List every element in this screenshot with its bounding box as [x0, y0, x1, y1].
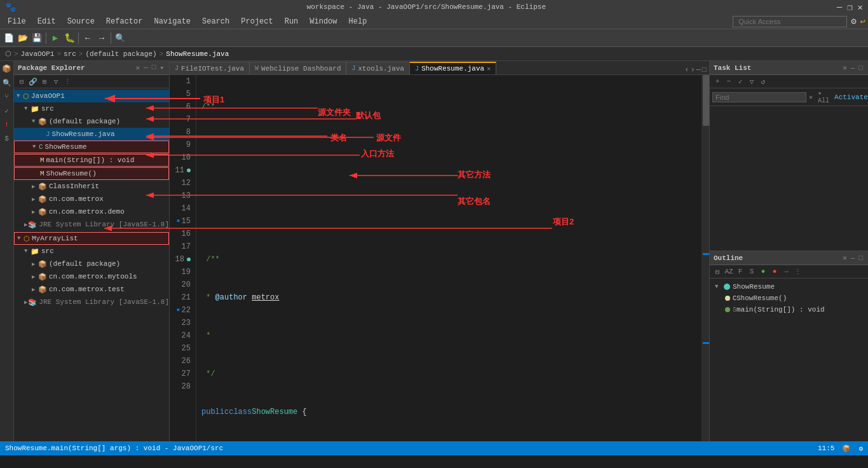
tab-minimize[interactable]: —: [696, 65, 701, 74]
task-filter[interactable]: ▽: [747, 76, 757, 86]
breadcrumb-src[interactable]: src: [64, 50, 76, 58]
sidebar-icon-search[interactable]: 🔍: [2, 78, 12, 88]
menu-window[interactable]: Window: [304, 16, 342, 27]
sidebar-icon-pkg[interactable]: 📦: [2, 64, 12, 74]
close-btn[interactable]: ✕: [858, 2, 863, 13]
pkg-filter[interactable]: ▽: [51, 76, 61, 86]
menu-navigate[interactable]: Navigate: [149, 16, 196, 27]
task-list-maximize[interactable]: □: [857, 64, 864, 72]
toolbar-icon-1[interactable]: ⚙: [851, 16, 856, 27]
tab-xtools[interactable]: J xtools.java: [346, 62, 410, 74]
quick-access-input[interactable]: [733, 16, 847, 27]
toolbar-open[interactable]: 📂: [17, 32, 29, 45]
outline-sort[interactable]: AZ: [724, 266, 734, 277]
menu-file[interactable]: File: [3, 16, 31, 27]
tab-close-showresume[interactable]: ✕: [487, 65, 491, 72]
tree-myarraylist-default-pkg[interactable]: ▶ 📦 (default package): [14, 258, 169, 270]
breadcrumb-workspace[interactable]: ⬡: [5, 50, 11, 58]
maximize-btn[interactable]: ❐: [847, 2, 852, 13]
toolbar-forward[interactable]: →: [95, 32, 108, 45]
toolbar-sep-3: [111, 32, 111, 44]
sidebar-icon-tasks[interactable]: ✓: [2, 106, 12, 116]
menu-run[interactable]: Run: [280, 16, 304, 27]
task-del[interactable]: −: [724, 76, 734, 86]
tree-showresume-ctor[interactable]: M ShowResume(): [14, 167, 169, 180]
outline-menu[interactable]: ⋮: [792, 266, 803, 277]
tree-project-javaopp1[interactable]: ▼ ⬡ JavaOOP1: [14, 90, 169, 102]
breadcrumb-package[interactable]: (default package): [85, 50, 156, 58]
menu-search[interactable]: Search: [197, 16, 234, 27]
close-tasklist-icon[interactable]: ✕: [843, 64, 847, 72]
task-find-options[interactable]: ▾ All: [818, 90, 829, 104]
task-refresh[interactable]: ↺: [758, 76, 768, 86]
pkg-link[interactable]: 🔗: [28, 76, 38, 86]
task-mark[interactable]: ✓: [735, 76, 745, 86]
tree-default-pkg[interactable]: ▼ 📦 (default package): [14, 115, 169, 128]
task-list-minimize[interactable]: —: [850, 64, 857, 72]
tree-myarraylist-src[interactable]: ▼ 📁 src: [14, 245, 169, 258]
toolbar-new[interactable]: 📄: [3, 32, 15, 45]
tree-main-method[interactable]: M main(String[]) : void: [14, 154, 169, 167]
label-mytools: cn.com.metrox.mytools: [49, 273, 137, 280]
breadcrumb-project[interactable]: JavaOOP1: [21, 50, 55, 58]
tree-jre-lib-2[interactable]: ▶ 📚 JRE System Library [JavaSE-1.8]: [14, 296, 169, 308]
panel-minimize[interactable]: —: [142, 63, 149, 72]
task-add[interactable]: +: [712, 76, 722, 86]
outline-static[interactable]: S: [747, 266, 757, 277]
tree-classinherit[interactable]: ▶ 📦 ClassInherit: [14, 180, 169, 193]
task-activate[interactable]: Activate...: [834, 93, 868, 101]
toolbar-icon-2[interactable]: ↩: [860, 16, 865, 27]
code-area[interactable]: /** /** * @author metrox * */ public cla…: [196, 75, 702, 441]
outline-arrow[interactable]: →: [781, 266, 791, 277]
editor-scrollbar[interactable]: [702, 75, 709, 441]
tree-metrox-test[interactable]: ▶ 📦 cn.com.metrox.test: [14, 283, 169, 296]
panel-menu[interactable]: ▾: [158, 63, 165, 72]
menu-project[interactable]: Project: [236, 16, 278, 27]
outline-class-showresume[interactable]: ▼ ShowResume: [712, 281, 865, 292]
tree-jre-lib-1[interactable]: ▶ 📚 JRE System Library [JavaSE-1.8]: [14, 218, 169, 231]
toolbar-run[interactable]: ▶: [49, 32, 62, 45]
menu-help[interactable]: Help: [344, 16, 372, 27]
minimize-btn[interactable]: —: [837, 2, 842, 13]
outline-dot-red[interactable]: ●: [770, 266, 780, 277]
tree-cn-com-metrox-demo[interactable]: ▶ 📦 cn.com.metrox.demo: [14, 205, 169, 218]
menu-source[interactable]: Source: [62, 16, 100, 27]
tab-showresume[interactable]: J ShowResume.java ✕: [410, 62, 496, 74]
outline-ctor-showresume[interactable]: C ShowResume(): [712, 292, 865, 304]
outline-collapse[interactable]: ⊟: [712, 266, 722, 277]
toolbar-debug[interactable]: 🐛: [63, 32, 76, 45]
task-find-clear[interactable]: ✕: [809, 93, 813, 101]
outline-class-label: ShowResume: [733, 283, 775, 291]
sidebar-icon-err[interactable]: !: [2, 120, 12, 130]
outline-maximize[interactable]: □: [857, 254, 864, 263]
outline-dot-green[interactable]: ●: [758, 266, 768, 277]
tab-scroll-right[interactable]: ›: [690, 65, 695, 74]
menu-refactor[interactable]: Refactor: [101, 16, 148, 27]
outline-fields[interactable]: F: [735, 266, 745, 277]
tab-scroll-left[interactable]: ‹: [684, 65, 689, 74]
tab-fileiotest[interactable]: J FileIOTest.java: [170, 62, 250, 74]
tree-mytools[interactable]: ▶ 📦 cn.com.metrox.mytools: [14, 270, 169, 283]
panel-maximize[interactable]: □: [151, 63, 158, 72]
sidebar-icon-term[interactable]: $: [2, 134, 12, 144]
pkg-menu[interactable]: ⋮: [62, 76, 72, 86]
toolbar-search[interactable]: 🔍: [114, 32, 126, 45]
close-pkg-icon[interactable]: ✕: [136, 64, 140, 72]
tab-webclipse[interactable]: W Webclipse Dashboard: [250, 62, 346, 74]
outline-minimize[interactable]: —: [850, 254, 857, 263]
outline-method-main[interactable]: S main(String[]) : void: [712, 304, 865, 315]
tree-src[interactable]: ▼ 📁 src: [14, 102, 169, 115]
toolbar-back[interactable]: ←: [81, 32, 94, 45]
close-outline-icon[interactable]: ✕: [843, 254, 847, 262]
task-find-input[interactable]: [712, 92, 806, 102]
tree-cn-com-metrox[interactable]: ▶ 📦 cn.com.metrox: [14, 193, 169, 205]
sidebar-icon-git[interactable]: ⑂: [2, 92, 12, 102]
tree-project-myarraylist[interactable]: ▼ ⬡ MyArrayList: [14, 232, 169, 245]
tree-showresume-class[interactable]: ▼ C ShowResume: [14, 141, 169, 153]
pkg-collapse[interactable]: ⊟: [17, 76, 27, 86]
menu-edit[interactable]: Edit: [32, 16, 61, 27]
pkg-expand[interactable]: ⊞: [39, 76, 50, 86]
tab-maximize[interactable]: □: [702, 65, 707, 74]
toolbar-save[interactable]: 💾: [31, 32, 43, 45]
tree-showresume-java[interactable]: ▶ J ShowResume.java: [14, 128, 169, 141]
